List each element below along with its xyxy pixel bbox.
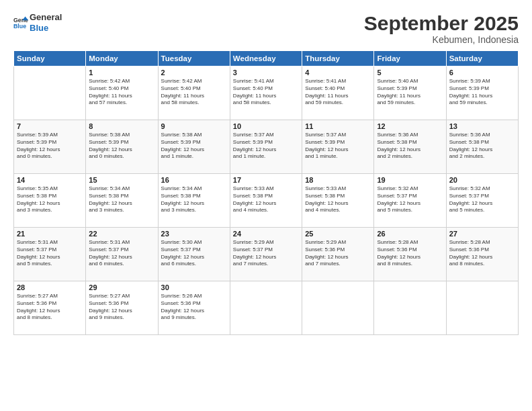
day-number: 8	[89, 122, 154, 130]
day-number: 4	[305, 68, 371, 77]
week-row-2: 7Sunrise: 5:39 AM Sunset: 5:39 PM Daylig…	[14, 120, 519, 174]
day-number: 20	[449, 176, 515, 184]
cell-info: Sunrise: 5:35 AM Sunset: 5:38 PM Dayligh…	[17, 185, 83, 214]
calendar-cell: 9Sunrise: 5:38 AM Sunset: 5:39 PM Daylig…	[158, 120, 230, 174]
cell-info: Sunrise: 5:31 AM Sunset: 5:37 PM Dayligh…	[17, 239, 83, 268]
calendar-cell: 4Sunrise: 5:41 AM Sunset: 5:40 PM Daylig…	[302, 66, 374, 120]
cell-info: Sunrise: 5:32 AM Sunset: 5:37 PM Dayligh…	[449, 185, 515, 214]
calendar-cell: 1Sunrise: 5:42 AM Sunset: 5:40 PM Daylig…	[86, 66, 158, 120]
cell-info: Sunrise: 5:29 AM Sunset: 5:36 PM Dayligh…	[305, 239, 371, 268]
day-number: 25	[305, 230, 371, 238]
calendar-cell: 14Sunrise: 5:35 AM Sunset: 5:38 PM Dayli…	[14, 174, 86, 228]
cell-info: Sunrise: 5:27 AM Sunset: 5:36 PM Dayligh…	[89, 293, 154, 322]
cell-info: Sunrise: 5:34 AM Sunset: 5:38 PM Dayligh…	[89, 185, 154, 214]
calendar-cell	[374, 281, 446, 335]
svg-text:Blue: Blue	[13, 23, 26, 30]
calendar-cell: 15Sunrise: 5:34 AM Sunset: 5:38 PM Dayli…	[86, 174, 158, 228]
calendar-cell: 2Sunrise: 5:42 AM Sunset: 5:40 PM Daylig…	[158, 66, 230, 120]
cell-info: Sunrise: 5:39 AM Sunset: 5:39 PM Dayligh…	[17, 132, 83, 161]
title-block: September 2025 Kebumen, Indonesia	[364, 12, 519, 45]
calendar-cell: 22Sunrise: 5:31 AM Sunset: 5:37 PM Dayli…	[86, 228, 158, 281]
day-number: 18	[305, 176, 371, 184]
day-number: 1	[89, 68, 154, 77]
cell-info: Sunrise: 5:33 AM Sunset: 5:38 PM Dayligh…	[233, 185, 299, 214]
day-number: 17	[233, 176, 299, 184]
calendar-page: General Blue General Blue September 2025…	[0, 0, 532, 411]
cell-info: Sunrise: 5:29 AM Sunset: 5:37 PM Dayligh…	[233, 239, 299, 268]
calendar-cell: 7Sunrise: 5:39 AM Sunset: 5:39 PM Daylig…	[14, 120, 86, 174]
calendar-cell: 5Sunrise: 5:40 AM Sunset: 5:39 PM Daylig…	[374, 66, 446, 120]
cell-info: Sunrise: 5:37 AM Sunset: 5:39 PM Dayligh…	[305, 132, 371, 161]
column-header-thursday: Thursday	[302, 51, 374, 66]
cell-info: Sunrise: 5:41 AM Sunset: 5:40 PM Dayligh…	[233, 78, 299, 107]
calendar-cell: 29Sunrise: 5:27 AM Sunset: 5:36 PM Dayli…	[86, 281, 158, 335]
calendar-cell: 30Sunrise: 5:26 AM Sunset: 5:36 PM Dayli…	[158, 281, 230, 335]
calendar-cell: 10Sunrise: 5:37 AM Sunset: 5:39 PM Dayli…	[230, 120, 302, 174]
column-header-friday: Friday	[374, 51, 446, 66]
cell-info: Sunrise: 5:34 AM Sunset: 5:38 PM Dayligh…	[161, 185, 227, 214]
calendar-cell: 19Sunrise: 5:32 AM Sunset: 5:37 PM Dayli…	[374, 174, 446, 228]
cell-info: Sunrise: 5:38 AM Sunset: 5:39 PM Dayligh…	[161, 132, 227, 161]
day-number: 15	[89, 176, 154, 184]
day-number: 2	[161, 68, 227, 77]
calendar-cell	[446, 281, 518, 335]
cell-info: Sunrise: 5:42 AM Sunset: 5:40 PM Dayligh…	[89, 78, 154, 107]
calendar-cell: 25Sunrise: 5:29 AM Sunset: 5:36 PM Dayli…	[302, 228, 374, 281]
calendar-table: SundayMondayTuesdayWednesdayThursdayFrid…	[13, 50, 519, 335]
calendar-cell: 28Sunrise: 5:27 AM Sunset: 5:36 PM Dayli…	[14, 281, 86, 335]
week-row-1: 1Sunrise: 5:42 AM Sunset: 5:40 PM Daylig…	[14, 66, 519, 120]
week-row-3: 14Sunrise: 5:35 AM Sunset: 5:38 PM Dayli…	[14, 174, 519, 228]
day-number: 27	[449, 230, 515, 238]
cell-info: Sunrise: 5:33 AM Sunset: 5:38 PM Dayligh…	[305, 185, 371, 214]
calendar-cell: 18Sunrise: 5:33 AM Sunset: 5:38 PM Dayli…	[302, 174, 374, 228]
column-header-saturday: Saturday	[446, 51, 518, 66]
location: Kebumen, Indonesia	[364, 34, 519, 45]
day-number: 7	[17, 122, 83, 130]
cell-info: Sunrise: 5:42 AM Sunset: 5:40 PM Dayligh…	[161, 78, 227, 107]
cell-info: Sunrise: 5:30 AM Sunset: 5:37 PM Dayligh…	[161, 239, 227, 268]
day-number: 30	[161, 283, 227, 291]
day-number: 14	[17, 176, 83, 184]
calendar-cell	[302, 281, 374, 335]
day-number: 22	[89, 230, 154, 238]
calendar-cell: 17Sunrise: 5:33 AM Sunset: 5:38 PM Dayli…	[230, 174, 302, 228]
calendar-cell: 11Sunrise: 5:37 AM Sunset: 5:39 PM Dayli…	[302, 120, 374, 174]
week-row-4: 21Sunrise: 5:31 AM Sunset: 5:37 PM Dayli…	[14, 228, 519, 281]
day-number: 5	[377, 68, 443, 77]
cell-info: Sunrise: 5:28 AM Sunset: 5:36 PM Dayligh…	[449, 239, 515, 268]
calendar-cell: 6Sunrise: 5:39 AM Sunset: 5:39 PM Daylig…	[446, 66, 518, 120]
logo: General Blue General Blue	[13, 12, 62, 33]
logo-blue: Blue	[30, 23, 62, 34]
cell-info: Sunrise: 5:39 AM Sunset: 5:39 PM Dayligh…	[449, 78, 515, 107]
day-number: 6	[449, 68, 515, 77]
cell-info: Sunrise: 5:26 AM Sunset: 5:36 PM Dayligh…	[161, 293, 227, 322]
day-number: 21	[17, 230, 83, 238]
day-number: 19	[377, 176, 443, 184]
column-header-tuesday: Tuesday	[158, 51, 230, 66]
cell-info: Sunrise: 5:38 AM Sunset: 5:39 PM Dayligh…	[89, 132, 154, 161]
day-number: 3	[233, 68, 299, 77]
calendar-cell: 12Sunrise: 5:36 AM Sunset: 5:38 PM Dayli…	[374, 120, 446, 174]
column-header-sunday: Sunday	[14, 51, 86, 66]
day-number: 9	[161, 122, 227, 130]
calendar-cell: 16Sunrise: 5:34 AM Sunset: 5:38 PM Dayli…	[158, 174, 230, 228]
cell-info: Sunrise: 5:27 AM Sunset: 5:36 PM Dayligh…	[17, 293, 83, 322]
cell-info: Sunrise: 5:40 AM Sunset: 5:39 PM Dayligh…	[377, 78, 443, 107]
calendar-cell: 13Sunrise: 5:36 AM Sunset: 5:38 PM Dayli…	[446, 120, 518, 174]
cell-info: Sunrise: 5:36 AM Sunset: 5:38 PM Dayligh…	[449, 132, 515, 161]
calendar-cell: 23Sunrise: 5:30 AM Sunset: 5:37 PM Dayli…	[158, 228, 230, 281]
day-number: 13	[449, 122, 515, 130]
cell-info: Sunrise: 5:32 AM Sunset: 5:37 PM Dayligh…	[377, 185, 443, 214]
day-number: 26	[377, 230, 443, 238]
day-number: 10	[233, 122, 299, 130]
day-number: 24	[233, 230, 299, 238]
cell-info: Sunrise: 5:37 AM Sunset: 5:39 PM Dayligh…	[233, 132, 299, 161]
column-header-monday: Monday	[86, 51, 158, 66]
calendar-cell	[14, 66, 86, 120]
cell-info: Sunrise: 5:31 AM Sunset: 5:37 PM Dayligh…	[89, 239, 154, 268]
week-row-5: 28Sunrise: 5:27 AM Sunset: 5:36 PM Dayli…	[14, 281, 519, 335]
calendar-cell: 24Sunrise: 5:29 AM Sunset: 5:37 PM Dayli…	[230, 228, 302, 281]
calendar-cell: 20Sunrise: 5:32 AM Sunset: 5:37 PM Dayli…	[446, 174, 518, 228]
calendar-cell: 27Sunrise: 5:28 AM Sunset: 5:36 PM Dayli…	[446, 228, 518, 281]
calendar-cell	[230, 281, 302, 335]
